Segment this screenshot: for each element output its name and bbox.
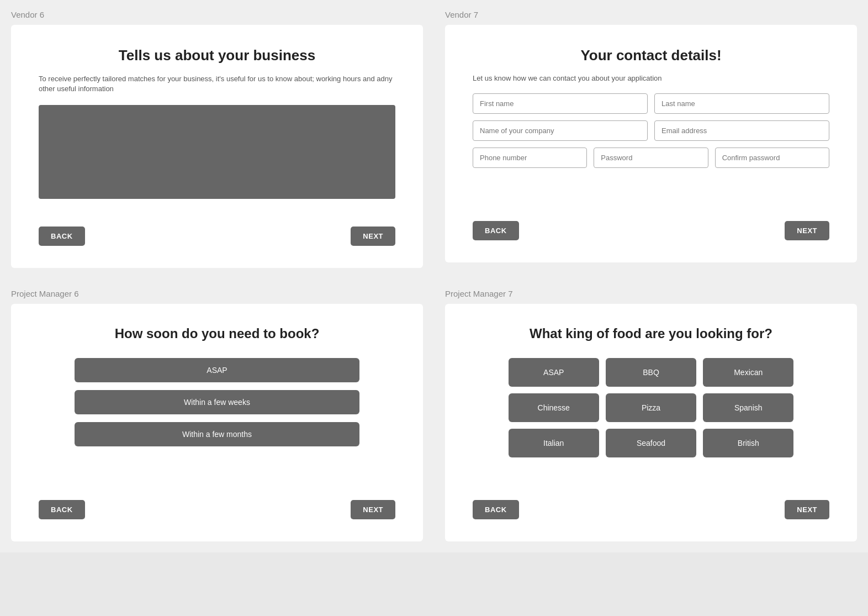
vendor6-footer: BACK NEXT: [39, 210, 395, 246]
vendor7-name-row: [473, 93, 829, 114]
food-btn-asap[interactable]: ASAP: [509, 358, 599, 387]
vendor6-back-button[interactable]: BACK: [39, 227, 85, 246]
pm6-back-button[interactable]: BACK: [39, 500, 85, 519]
company-name-input[interactable]: [473, 120, 648, 141]
pm7-title: What king of food are you looking for?: [473, 326, 829, 341]
vendor7-company-row: [473, 120, 829, 141]
last-name-input[interactable]: [654, 93, 829, 114]
vendor7-title: Your contact details!: [473, 47, 829, 64]
food-btn-spanish[interactable]: Spanish: [703, 393, 793, 422]
food-btn-british[interactable]: British: [703, 429, 793, 457]
food-btn-seafood[interactable]: Seafood: [606, 429, 696, 457]
pm7-label: Project Manager 7: [445, 289, 857, 298]
pm6-option-months[interactable]: Within a few months: [75, 422, 360, 446]
food-btn-italian[interactable]: Italian: [509, 429, 599, 457]
pm7-next-button[interactable]: NEXT: [785, 500, 829, 519]
pm6-option-asap[interactable]: ASAP: [75, 358, 360, 382]
vendor6-image-placeholder: [39, 105, 395, 199]
vendor7-label: Vendor 7: [445, 10, 857, 19]
vendor6-title: Tells us about your business: [39, 47, 395, 64]
pm7-food-grid: ASAP BBQ Mexican Chinesse Pizza Spanish …: [509, 358, 794, 457]
vendor7-panel: Vendor 7 Your contact details! Let us kn…: [434, 0, 868, 279]
first-name-input[interactable]: [473, 93, 648, 114]
food-btn-chinesse[interactable]: Chinesse: [509, 393, 599, 422]
pm6-options-list: ASAP Within a few weeks Within a few mon…: [75, 358, 360, 446]
vendor6-label: Vendor 6: [11, 10, 423, 19]
vendor7-back-button[interactable]: BACK: [473, 221, 519, 240]
pm6-card: How soon do you need to book? ASAP Withi…: [11, 304, 423, 541]
vendor7-subtitle: Let us know how we can contact you about…: [473, 74, 829, 82]
pm7-panel: Project Manager 7 What king of food are …: [434, 279, 868, 552]
food-btn-mexican[interactable]: Mexican: [703, 358, 793, 387]
pm6-label: Project Manager 6: [11, 289, 423, 298]
vendor7-card: Your contact details! Let us know how we…: [445, 25, 857, 262]
vendor7-password-row: [473, 148, 829, 168]
food-btn-pizza[interactable]: Pizza: [606, 393, 696, 422]
food-btn-bbq[interactable]: BBQ: [606, 358, 696, 387]
pm6-panel: Project Manager 6 How soon do you need t…: [0, 279, 434, 552]
vendor7-footer: BACK NEXT: [473, 204, 829, 240]
phone-input[interactable]: [473, 148, 587, 168]
pm6-next-button[interactable]: NEXT: [351, 500, 395, 519]
vendor6-subtitle: To receive perfectly tailored matches fo…: [39, 74, 395, 94]
pm7-footer: BACK NEXT: [473, 483, 829, 519]
vendor6-card: Tells us about your business To receive …: [11, 25, 423, 268]
pm7-card: What king of food are you looking for? A…: [445, 304, 857, 541]
confirm-password-input[interactable]: [715, 148, 829, 168]
password-input[interactable]: [594, 148, 708, 168]
email-input[interactable]: [654, 120, 829, 141]
vendor6-next-button[interactable]: NEXT: [351, 227, 395, 246]
pm6-option-weeks[interactable]: Within a few weeks: [75, 390, 360, 414]
pm6-title: How soon do you need to book?: [39, 326, 395, 341]
pm6-footer: BACK NEXT: [39, 483, 395, 519]
vendor7-next-button[interactable]: NEXT: [785, 221, 829, 240]
vendor6-panel: Vendor 6 Tells us about your business To…: [0, 0, 434, 279]
pm7-back-button[interactable]: BACK: [473, 500, 519, 519]
